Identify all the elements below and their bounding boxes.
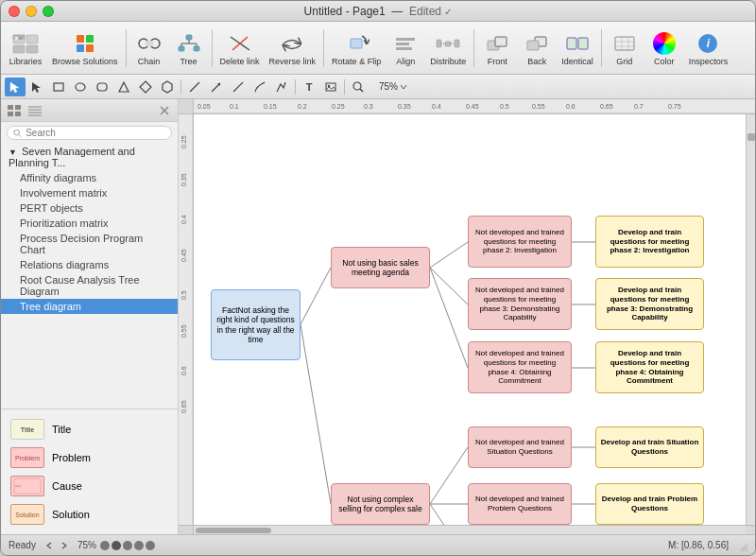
branch-node-2[interactable]: Not developed and trained questions for … xyxy=(468,278,572,330)
line-tool[interactable] xyxy=(184,78,205,96)
close-button[interactable] xyxy=(9,6,20,17)
sidebar-item-mgmt[interactable]: ▼ Seven Management and Planning T... xyxy=(1,144,178,170)
sidebar-item-prioritization[interactable]: Prioritization matrix xyxy=(1,216,178,231)
result-node-3[interactable]: Develop and train questions for meeting … xyxy=(595,341,704,393)
libraries-button[interactable]: Libraries xyxy=(5,28,46,68)
svg-line-99 xyxy=(430,504,468,525)
svg-rect-49 xyxy=(326,83,335,91)
sidebar-item-involvement[interactable]: Involvement matrix xyxy=(1,185,178,200)
align-button[interactable]: Align xyxy=(387,28,424,68)
page-dot-5[interactable] xyxy=(146,541,155,550)
tree-label: Tree xyxy=(180,57,197,66)
libraries-label: Libraries xyxy=(9,57,43,66)
hexagon-tool[interactable] xyxy=(157,78,178,96)
svg-line-95 xyxy=(430,268,468,304)
inspectors-button[interactable]: i Inspectors xyxy=(685,28,732,68)
sidebar-grid-view[interactable] xyxy=(26,102,44,119)
arrow-tool[interactable] xyxy=(206,78,227,96)
sidebar-list-view[interactable] xyxy=(5,102,24,119)
root-node[interactable]: FactNot asking the right kind of questio… xyxy=(211,289,301,360)
zoom-dropdown[interactable]: 75% xyxy=(369,78,417,96)
bezier-tool[interactable] xyxy=(249,78,270,96)
page-dots xyxy=(100,541,155,550)
page-dot-3[interactable] xyxy=(123,541,132,550)
color-button[interactable]: Color xyxy=(645,28,683,68)
middle-node-1[interactable]: Not using basic sales meeting agenda xyxy=(331,247,430,288)
svg-text:0.55: 0.55 xyxy=(532,103,545,110)
reverse-link-button[interactable]: Reverse link xyxy=(266,28,320,68)
rounded-rect-tool[interactable] xyxy=(92,78,112,96)
search-input[interactable] xyxy=(26,128,165,138)
sidebar-item-treediagram[interactable]: Tree diagram xyxy=(1,299,178,314)
page-next[interactable] xyxy=(59,540,70,551)
sidebar-item-rootcause[interactable]: Root Cause Analysis Tree Diagram xyxy=(1,272,178,299)
magnify-tool[interactable] xyxy=(348,78,369,96)
maximize-button[interactable] xyxy=(43,6,54,17)
svg-rect-2 xyxy=(15,37,18,40)
rotate-flip-button[interactable]: Rotate & Flip xyxy=(328,28,385,68)
svg-rect-6 xyxy=(13,45,25,53)
minimize-button[interactable] xyxy=(26,6,37,17)
svg-line-64 xyxy=(19,134,21,136)
grid-label: Grid xyxy=(616,57,632,66)
horizontal-scrollbar[interactable] xyxy=(194,526,746,534)
rect-tool[interactable] xyxy=(48,78,69,96)
coordinates: M: [0.86, 0.56] xyxy=(668,540,729,550)
front-button[interactable]: Front xyxy=(478,28,516,68)
branch-node-5[interactable]: Not developed and trained Problem Questi… xyxy=(468,483,572,525)
svg-text:0.5: 0.5 xyxy=(500,103,509,110)
scroll-thumb-h[interactable] xyxy=(196,528,271,533)
shape-solution[interactable]: Solution Solution xyxy=(5,500,174,529)
sidebar-tree: ▼ Seven Management and Planning T... Aff… xyxy=(1,144,178,408)
chain-button[interactable]: Chain xyxy=(130,28,168,68)
svg-line-108 xyxy=(746,549,747,551)
text-tool[interactable]: T xyxy=(299,78,319,96)
sidebar-item-affinity[interactable]: Affinity diagrams xyxy=(1,170,178,185)
page-dot-4[interactable] xyxy=(134,541,144,550)
svg-rect-34 xyxy=(567,38,576,49)
search-box[interactable] xyxy=(7,126,172,140)
pen-tool[interactable] xyxy=(271,78,292,96)
vertical-scrollbar[interactable] xyxy=(746,114,755,525)
browse-solutions-button[interactable]: Browse Solutions xyxy=(48,28,122,68)
select-tool[interactable] xyxy=(5,78,26,96)
diamond-tool[interactable] xyxy=(135,78,156,96)
sidebar-item-pert[interactable]: PERT objects xyxy=(1,200,178,216)
image-tool[interactable] xyxy=(320,78,341,96)
result-node-1[interactable]: Develop and train questions for meeting … xyxy=(595,216,704,268)
svg-text:0.65: 0.65 xyxy=(600,103,613,110)
svg-rect-21 xyxy=(351,39,362,48)
result-node-5[interactable]: Develop and train Problem Questions xyxy=(595,483,704,525)
page-dot-2[interactable] xyxy=(112,541,121,550)
branch-node-3[interactable]: Not developed and trained questions for … xyxy=(468,341,572,393)
middle-node-2[interactable]: Not using complex selling for complex sa… xyxy=(331,483,430,525)
delete-link-button[interactable]: Delete link xyxy=(216,28,264,68)
triangle-tool[interactable] xyxy=(113,78,134,96)
grid-button[interactable]: Grid xyxy=(606,28,644,68)
result-node-4[interactable]: Develop and train Situation Questions xyxy=(595,426,704,468)
color-label: Color xyxy=(654,57,675,66)
connector-tool[interactable] xyxy=(228,78,249,96)
branch-node-4[interactable]: Not developed and trained Situation Ques… xyxy=(468,426,572,468)
pointer-tool[interactable] xyxy=(26,78,47,96)
sidebar-close[interactable] xyxy=(155,102,174,119)
shape-problem[interactable]: Problem Problem xyxy=(5,443,174,472)
svg-rect-31 xyxy=(495,37,507,46)
branch-node-1[interactable]: Not developed and trained questions for … xyxy=(468,216,572,268)
svg-text:0.5: 0.5 xyxy=(180,290,187,300)
back-button[interactable]: Back xyxy=(518,28,556,68)
tree-button[interactable]: Tree xyxy=(170,28,208,68)
shape-cause[interactable]: Cause xyxy=(5,472,174,500)
oval-tool[interactable] xyxy=(70,78,91,96)
diagram-canvas[interactable]: FactNot asking the right kind of questio… xyxy=(194,114,746,525)
page-prev[interactable] xyxy=(43,540,55,551)
shape-title[interactable]: Title Title xyxy=(5,415,174,443)
identical-button[interactable]: Identical xyxy=(558,28,597,68)
sidebar-item-relations[interactable]: Relations diagrams xyxy=(1,257,178,272)
page-dot-1[interactable] xyxy=(100,541,110,550)
scroll-thumb-v[interactable] xyxy=(747,133,755,141)
svg-text:0.6: 0.6 xyxy=(180,366,187,375)
sidebar-item-process[interactable]: Process Decision Program Chart xyxy=(1,231,178,257)
result-node-2[interactable]: Develop and train questions for meeting … xyxy=(595,278,704,330)
distribute-button[interactable]: Distribute xyxy=(426,28,470,68)
